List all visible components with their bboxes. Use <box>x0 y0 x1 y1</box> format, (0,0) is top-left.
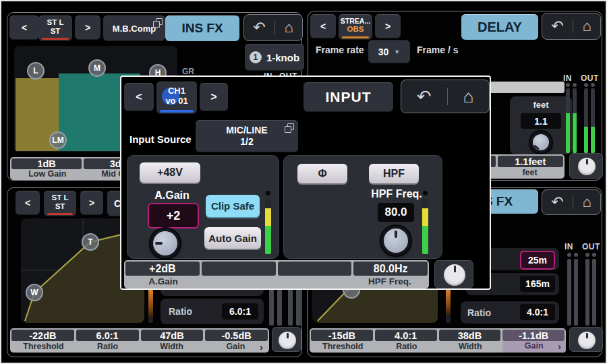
delay-value[interactable]: 1.1 <box>521 113 561 129</box>
param-value-again[interactable]: +2dB <box>125 262 200 276</box>
in-label: IN <box>563 73 572 83</box>
param-value[interactable] <box>202 262 276 276</box>
touch-knob[interactable] <box>578 332 596 349</box>
marker-width[interactable]: W <box>26 284 43 301</box>
clip-indicator <box>584 83 588 87</box>
delay-knob[interactable] <box>530 131 552 153</box>
clip-safe-button[interactable]: Clip Safe <box>206 195 260 217</box>
hpf-freq-knob[interactable] <box>381 226 411 255</box>
mixer-screen: < ST L ST > M.B.Comp INS FX ↶ ⌂ L M H LM… <box>0 0 607 364</box>
nav-group: ↶ ⌂ <box>401 80 490 113</box>
hpf-freq-value[interactable]: 80.0 <box>378 203 414 222</box>
clip-indicator <box>566 83 570 87</box>
gr-label: GR <box>182 67 194 76</box>
attack-value[interactable]: 25m <box>520 251 555 270</box>
param-value-ratio[interactable]: 6.0:1 <box>76 330 139 341</box>
channel-select-button[interactable]: ST L ST <box>38 16 72 41</box>
channel-name-line2: ST <box>51 27 61 36</box>
clip-indicator <box>574 253 578 257</box>
home-icon[interactable]: ⌂ <box>463 88 473 105</box>
prev-channel-button[interactable]: < <box>124 83 154 111</box>
frame-rate-label: Frame rate <box>316 44 364 55</box>
channel-select-button[interactable]: STREA... OBS <box>339 14 372 40</box>
marker-threshold[interactable]: T <box>82 233 99 251</box>
input-level-meter <box>422 199 428 254</box>
out-meter <box>585 259 589 326</box>
undo-icon[interactable]: ↶ <box>551 19 563 34</box>
phantom-48v-button[interactable]: +48V <box>140 162 200 183</box>
param-label: Ratio <box>375 342 439 351</box>
channel-select-button[interactable]: CH1 vo 01 <box>156 82 197 114</box>
tab-ins-fx[interactable]: INS FX <box>165 16 239 41</box>
input-source-line1: MIC/LINE <box>226 125 267 136</box>
next-channel-button[interactable]: > <box>375 14 401 38</box>
touch-knob[interactable] <box>578 158 596 175</box>
param-value-delay[interactable]: 1.1feet <box>498 156 564 167</box>
clip-indicator <box>585 253 589 257</box>
auto-gain-button[interactable]: Auto Gain <box>204 227 261 249</box>
prev-channel-button[interactable]: < <box>9 16 39 40</box>
undo-icon[interactable]: ↶ <box>417 88 432 105</box>
param-footer: -15dB 4.0:1 38dB -1.1dB Threshold Ratio … <box>310 328 566 353</box>
param-value-width[interactable]: 47dB <box>141 330 204 341</box>
home-icon[interactable]: ⌂ <box>582 195 591 210</box>
channel-color-bar <box>42 38 69 40</box>
one-knob-button[interactable]: 1 1-knob <box>245 44 304 71</box>
param-value-hpf-freq[interactable]: 80.0Hz <box>353 262 428 276</box>
hpf-button[interactable]: HPF <box>369 164 419 183</box>
channel-name-line1: ST L <box>47 18 64 27</box>
touch-knob-box <box>569 327 603 352</box>
param-label: Width <box>140 342 204 351</box>
home-icon[interactable]: ⌂ <box>284 20 293 35</box>
param-value-gain[interactable]: -1.1dB <box>502 330 565 341</box>
tab-delay[interactable]: DELAY <box>461 14 538 40</box>
release-value[interactable]: 165m <box>520 276 555 292</box>
chevron-right-icon[interactable]: › <box>260 341 263 353</box>
prev-channel-button[interactable]: < <box>16 191 40 215</box>
phase-button[interactable]: Φ <box>297 164 347 183</box>
param-value-ratio[interactable]: 4.0:1 <box>375 330 437 341</box>
analog-gain-label: A.Gain <box>142 189 202 202</box>
clip-indicator <box>573 83 577 87</box>
ratio-value[interactable]: 4.0:1 <box>520 304 555 320</box>
touch-knob-box <box>434 260 473 289</box>
in-label: IN <box>565 242 573 251</box>
param-value-gain[interactable]: -0.5dB <box>205 330 268 341</box>
frame-rate-dropdown[interactable]: 30 ▼ <box>368 40 410 63</box>
copy-icon <box>285 123 294 133</box>
input-source-line2: 1/2 <box>240 136 253 148</box>
input-source-button[interactable]: MIC/LINE 1/2 <box>196 120 298 152</box>
marker-low[interactable]: L <box>27 62 45 80</box>
param-value[interactable] <box>278 262 352 276</box>
touch-knob[interactable] <box>279 332 296 349</box>
undo-icon[interactable]: ↶ <box>551 195 563 210</box>
library-button[interactable]: M.B.Comp <box>103 16 165 41</box>
param-value-width[interactable]: 38dB <box>439 330 501 341</box>
chevron-right-icon[interactable]: › <box>558 340 561 352</box>
param-value-threshold[interactable]: -22dB <box>11 330 74 341</box>
next-channel-button[interactable]: > <box>80 191 103 215</box>
touch-knob[interactable] <box>444 264 465 286</box>
out-meter <box>591 88 595 153</box>
out-meter <box>584 88 588 153</box>
param-value-threshold[interactable]: -15dB <box>311 330 373 341</box>
next-channel-button[interactable]: > <box>75 16 100 40</box>
marker-mid[interactable]: M <box>88 59 106 77</box>
out-label: OUT <box>581 73 599 83</box>
in-meter <box>573 88 577 153</box>
clip-indicator <box>423 191 428 195</box>
param-value-low-gain[interactable]: 1dB <box>11 158 82 169</box>
prev-channel-button[interactable]: < <box>310 14 336 38</box>
undo-icon[interactable]: ↶ <box>253 20 265 35</box>
knob-indicator <box>155 242 163 245</box>
input-source-label: Input Source <box>129 133 192 145</box>
divider <box>447 88 448 105</box>
analog-gain-value[interactable]: +2 <box>148 203 199 229</box>
analog-gain-knob[interactable] <box>150 229 180 258</box>
ratio-value[interactable]: 6.0:1 <box>222 303 258 320</box>
one-knob-badge-icon: 1 <box>250 51 262 63</box>
home-icon[interactable]: ⌂ <box>582 19 591 34</box>
channel-select-button[interactable]: ST L ST <box>44 191 76 216</box>
next-channel-button[interactable]: > <box>200 83 228 111</box>
marker-low-mid-cross[interactable]: LM <box>49 131 67 149</box>
